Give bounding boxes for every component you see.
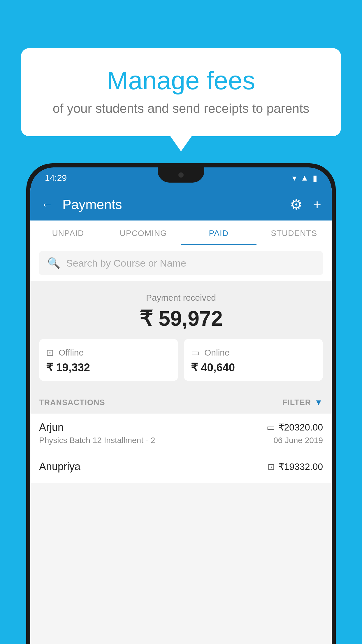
online-label: Online [204, 348, 230, 358]
toolbar-actions: ⚙ + [290, 196, 321, 213]
back-button[interactable]: ← [41, 197, 54, 212]
online-amount: ₹ 40,640 [191, 361, 316, 374]
search-icon: 🔍 [47, 257, 60, 269]
transaction-course-arjun: Physics Batch 12 Installment - 2 [39, 436, 155, 445]
filter-label: FILTER [282, 398, 311, 407]
offline-card: ⊡ Offline ₹ 19,332 [39, 339, 178, 381]
tab-students[interactable]: STUDENTS [256, 220, 332, 245]
offline-card-header: ⊡ Offline [46, 347, 171, 358]
phone-inner: 14:29 ▾ ▲ ▮ ← Payments ⚙ + [30, 167, 332, 644]
transaction-name-arjun: Arjun [39, 421, 64, 433]
bubble-title: Manage fees [41, 66, 321, 95]
tab-upcoming[interactable]: UPCOMING [106, 220, 181, 245]
status-icons: ▾ ▲ ▮ [292, 173, 317, 183]
payment-cards: ⊡ Offline ₹ 19,332 ▭ Online ₹ 40,640 [39, 339, 323, 381]
online-icon: ▭ [191, 347, 200, 358]
offline-label: Offline [59, 348, 84, 358]
bubble-subtitle: of your students and send receipts to pa… [41, 101, 321, 116]
signal-icon: ▲ [301, 173, 309, 183]
transaction-date-arjun: 06 June 2019 [273, 436, 323, 445]
filter-icon: ▼ [314, 398, 323, 407]
toolbar-title: Payments [62, 197, 290, 212]
payment-summary: Payment received ₹ 59,972 ⊡ Offline ₹ 19… [30, 281, 332, 391]
transaction-top-arjun: Arjun ▭ ₹20320.00 [39, 421, 323, 433]
filter-button[interactable]: FILTER ▼ [282, 398, 323, 407]
search-box[interactable]: 🔍 Search by Course or Name [39, 251, 323, 275]
toolbar: ← Payments ⚙ + [30, 188, 332, 220]
status-time: 14:29 [45, 173, 67, 183]
payment-total: ₹ 59,972 [39, 306, 323, 331]
tab-paid[interactable]: PAID [181, 220, 256, 245]
online-card-header: ▭ Online [191, 347, 316, 358]
tab-unpaid[interactable]: UNPAID [30, 220, 106, 245]
speech-bubble: Manage fees of your students and send re… [21, 48, 341, 136]
add-icon[interactable]: + [313, 197, 321, 213]
offline-amount: ₹ 19,332 [46, 361, 171, 374]
search-container: 🔍 Search by Course or Name [30, 245, 332, 281]
transactions-header: TRANSACTIONS FILTER ▼ [30, 391, 332, 414]
transaction-row-anupriya[interactable]: Anupriya ⊡ ₹19332.00 [30, 453, 332, 483]
online-card: ▭ Online ₹ 40,640 [184, 339, 323, 381]
status-bar: 14:29 ▾ ▲ ▮ [30, 167, 332, 188]
transaction-amount-arjun: ▭ ₹20320.00 [267, 422, 323, 433]
transaction-value-arjun: ₹20320.00 [278, 422, 323, 433]
search-placeholder: Search by Course or Name [66, 258, 186, 269]
transaction-row[interactable]: Arjun ▭ ₹20320.00 Physics Batch 12 Insta… [30, 414, 332, 453]
transaction-top-anupriya: Anupriya ⊡ ₹19332.00 [39, 461, 323, 473]
phone-frame: 14:29 ▾ ▲ ▮ ← Payments ⚙ + [26, 163, 336, 644]
transaction-amount-anupriya: ⊡ ₹19332.00 [268, 461, 323, 472]
settings-icon[interactable]: ⚙ [290, 196, 303, 213]
notch [158, 167, 204, 183]
transaction-bottom-arjun: Physics Batch 12 Installment - 2 06 June… [39, 436, 323, 445]
offline-icon: ⊡ [46, 347, 54, 358]
transaction-name-anupriya: Anupriya [39, 461, 80, 473]
payment-type-icon-arjun: ▭ [267, 422, 275, 433]
transactions-label: TRANSACTIONS [39, 398, 105, 407]
transaction-value-anupriya: ₹19332.00 [278, 461, 323, 472]
wifi-icon: ▾ [292, 173, 296, 183]
camera-dot [178, 172, 184, 178]
app-screen: ← Payments ⚙ + UNPAID UPCOMING PAID STUD… [30, 188, 332, 644]
battery-icon: ▮ [313, 173, 317, 183]
payment-received-label: Payment received [39, 293, 323, 303]
payment-type-icon-anupriya: ⊡ [268, 462, 275, 472]
tabs: UNPAID UPCOMING PAID STUDENTS [30, 220, 332, 245]
